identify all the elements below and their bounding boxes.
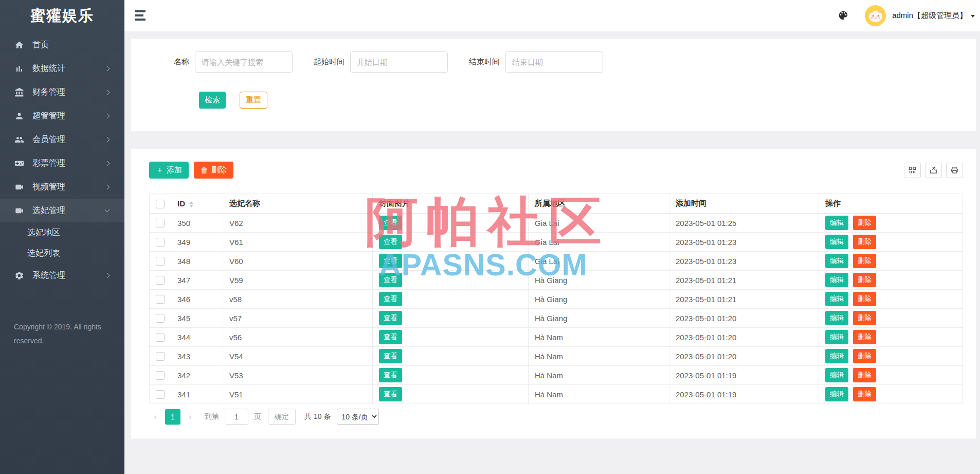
view-button[interactable]: 查看	[379, 330, 402, 344]
sidebar-subitem[interactable]: 选妃列表	[0, 243, 124, 264]
cell-id: 341	[171, 385, 223, 404]
end-date-input[interactable]	[505, 51, 603, 73]
edit-button[interactable]: 编辑	[825, 330, 848, 344]
row-checkbox[interactable]	[156, 276, 165, 285]
cell-id: 346	[171, 290, 223, 309]
chevron-down-icon	[105, 207, 110, 212]
reset-button[interactable]: 重置	[240, 92, 267, 109]
gear-icon	[14, 271, 24, 280]
row-checkbox[interactable]	[156, 390, 165, 399]
cell-time: 2023-05-01 01:23	[669, 252, 819, 271]
cell-id: 342	[171, 366, 223, 385]
sidebar-item-label: 视频管理	[32, 182, 105, 192]
cell-name: v56	[223, 328, 373, 347]
view-button[interactable]: 查看	[379, 216, 402, 230]
chevron-right-icon	[105, 161, 110, 166]
sort-icon[interactable]	[189, 201, 193, 207]
sidebar-item[interactable]: 选妃管理	[0, 199, 124, 222]
delete-row-button[interactable]: 删除	[853, 235, 876, 249]
view-button[interactable]: 查看	[379, 235, 402, 249]
delete-row-button[interactable]: 删除	[853, 311, 876, 325]
cell-id: 344	[171, 328, 223, 347]
sidebar-item[interactable]: 超管管理	[0, 104, 124, 128]
search-button[interactable]: 检索	[199, 92, 226, 109]
page-1-button[interactable]: 1	[165, 409, 180, 425]
column-id[interactable]: ID	[171, 194, 223, 214]
cell-id: 345	[171, 309, 223, 328]
export-button[interactable]	[925, 163, 942, 178]
columns-toggle-button[interactable]	[904, 163, 921, 178]
print-button[interactable]	[946, 163, 963, 178]
row-checkbox[interactable]	[156, 371, 165, 380]
view-button[interactable]: 查看	[379, 292, 402, 306]
row-checkbox[interactable]	[156, 257, 165, 266]
avatar[interactable]	[865, 5, 886, 26]
chevron-right-icon	[105, 184, 110, 189]
edit-button[interactable]: 编辑	[825, 254, 848, 268]
columns-icon	[908, 166, 917, 174]
sidebar-item-label: 首页	[32, 40, 109, 50]
sidebar-item[interactable]: 系统管理	[0, 264, 124, 287]
delete-row-button[interactable]: 删除	[853, 330, 876, 344]
row-checkbox[interactable]	[156, 352, 165, 361]
edit-button[interactable]: 编辑	[825, 368, 848, 382]
sidebar-item[interactable]: 财务管理	[0, 80, 124, 104]
add-button[interactable]: ＋添加	[149, 162, 189, 179]
sidebar-item[interactable]: 彩票管理	[0, 151, 124, 175]
row-checkbox[interactable]	[156, 333, 165, 342]
name-search-input[interactable]	[195, 51, 293, 73]
sidebar-item[interactable]: 数据统计	[0, 57, 124, 80]
hamburger-menu-icon[interactable]	[135, 10, 146, 21]
gamepad-icon	[14, 159, 24, 168]
sidebar-subitem[interactable]: 选妃地区	[0, 222, 124, 243]
delete-row-button[interactable]: 删除	[853, 216, 876, 230]
select-all-checkbox[interactable]	[156, 200, 165, 208]
cell-name: V54	[223, 347, 373, 366]
edit-button[interactable]: 编辑	[825, 311, 848, 325]
view-button[interactable]: 查看	[379, 254, 402, 268]
view-button[interactable]: 查看	[379, 349, 402, 363]
delete-row-button[interactable]: 删除	[853, 349, 876, 363]
page-size-select[interactable]: 10 条/页	[337, 409, 379, 425]
cell-region: Hà Giang	[529, 271, 669, 290]
theme-palette-icon[interactable]	[838, 10, 850, 22]
delete-row-button[interactable]: 删除	[853, 292, 876, 306]
page-number-input[interactable]	[225, 409, 248, 425]
bulk-delete-button[interactable]: 🗑删除	[194, 162, 233, 179]
user-menu[interactable]: admin【超级管理员】	[892, 11, 975, 21]
delete-row-button[interactable]: 删除	[853, 254, 876, 268]
edit-button[interactable]: 编辑	[825, 387, 848, 401]
table-row: 343V54查看Hà Nam2023-05-01 01:20编辑删除	[150, 347, 963, 366]
row-checkbox[interactable]	[156, 295, 165, 304]
row-checkbox[interactable]	[156, 219, 165, 227]
edit-button[interactable]: 编辑	[825, 216, 848, 230]
cell-id: 348	[171, 252, 223, 271]
table-row: 341V51查看Hà Nam2023-05-01 01:19编辑删除	[150, 385, 963, 404]
view-button[interactable]: 查看	[379, 368, 402, 382]
sidebar-item[interactable]: 首页	[0, 33, 124, 57]
trash-icon: 🗑	[201, 166, 208, 174]
edit-button[interactable]: 编辑	[825, 235, 848, 249]
sidebar-item[interactable]: 视频管理	[0, 175, 124, 199]
row-checkbox[interactable]	[156, 238, 165, 247]
home-icon	[14, 40, 24, 50]
sidebar-item[interactable]: 会员管理	[0, 128, 124, 151]
delete-row-button[interactable]: 删除	[853, 273, 876, 287]
row-checkbox[interactable]	[156, 314, 165, 323]
view-button[interactable]: 查看	[379, 273, 402, 287]
table-row: 345v57查看Hà Giang2023-05-01 01:20编辑删除	[150, 309, 963, 328]
cell-region: Hà Nam	[529, 328, 669, 347]
next-page-icon[interactable]: ›	[184, 412, 196, 422]
prev-page-icon[interactable]: ‹	[149, 412, 161, 422]
start-date-input[interactable]	[350, 51, 448, 73]
column-time: 添加时间	[669, 194, 819, 214]
delete-row-button[interactable]: 删除	[853, 368, 876, 382]
edit-button[interactable]: 编辑	[825, 292, 848, 306]
printer-icon	[950, 166, 959, 174]
confirm-page-button[interactable]: 确定	[268, 409, 296, 425]
view-button[interactable]: 查看	[379, 311, 402, 325]
delete-row-button[interactable]: 删除	[853, 387, 876, 401]
view-button[interactable]: 查看	[379, 387, 402, 401]
edit-button[interactable]: 编辑	[825, 273, 848, 287]
edit-button[interactable]: 编辑	[825, 349, 848, 363]
